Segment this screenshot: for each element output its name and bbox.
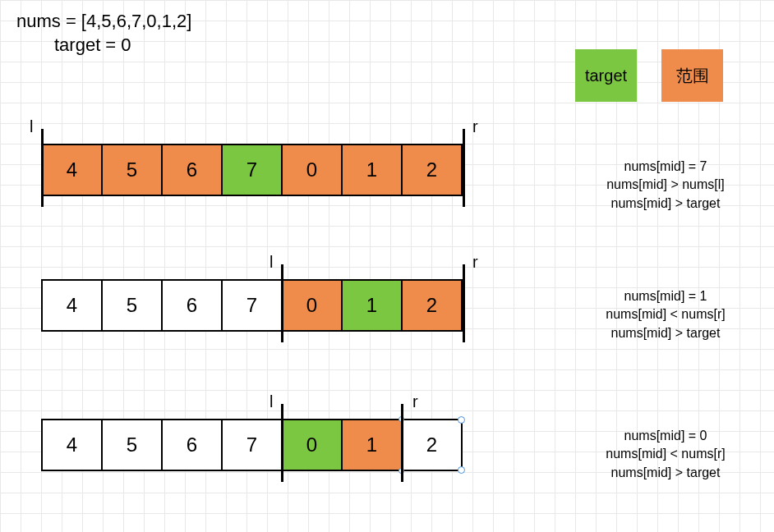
l-label: l (270, 392, 273, 411)
step-annotation: nums[mid] = 1nums[mid] < nums[r]nums[mid… (592, 287, 739, 342)
array-cell: 5 (101, 144, 163, 196)
array-cell: 0 (281, 279, 343, 332)
array-cell: 2 (401, 419, 463, 471)
legend: target 范围 (575, 49, 723, 102)
step-annotation: nums[mid] = 7nums[mid] > nums[l]nums[mid… (592, 158, 739, 213)
annotation-line: nums[mid] < nums[r] (592, 305, 739, 323)
array-cell: 4 (41, 144, 103, 196)
array-row: 4567012lr (41, 279, 463, 332)
annotation-line: nums[mid] < nums[r] (592, 445, 739, 463)
l-marker (281, 264, 283, 342)
array-cell: 2 (401, 144, 463, 196)
l-label: l (270, 253, 273, 272)
array-cell: 1 (341, 144, 403, 196)
problem-header: nums = [4,5,6,7,0,1,2] target = 0 (16, 10, 191, 57)
array-cell: 0 (281, 144, 343, 196)
l-marker (281, 404, 283, 482)
annotation-line: nums[mid] > target (592, 324, 739, 342)
r-label: r (412, 392, 418, 411)
annotation-line: nums[mid] > nums[l] (592, 176, 739, 194)
array-cell: 4 (41, 279, 103, 332)
array-cell: 7 (221, 279, 283, 332)
l-label: l (30, 117, 33, 136)
array-cell: 1 (341, 419, 403, 471)
legend-range: 范围 (661, 49, 723, 102)
nums-line: nums = [4,5,6,7,0,1,2] (16, 10, 191, 34)
r-label: r (472, 253, 478, 272)
annotation-line: nums[mid] > target (592, 464, 739, 482)
array-cell: 4 (41, 419, 103, 471)
array-cell: 5 (101, 279, 163, 332)
target-line: target = 0 (16, 34, 191, 57)
array-row: 4567012lr (41, 144, 463, 196)
array-cell: 7 (221, 419, 283, 471)
step-annotation: nums[mid] = 0nums[mid] < nums[r]nums[mid… (592, 427, 739, 482)
legend-target: target (575, 49, 637, 102)
array-cell: 6 (161, 144, 223, 196)
array-cell: 2 (401, 279, 463, 332)
r-label: r (472, 117, 478, 136)
annotation-line: nums[mid] = 0 (592, 427, 739, 445)
r-marker (401, 404, 403, 482)
r-marker (463, 129, 465, 207)
l-marker (41, 129, 44, 207)
array-cell: 5 (101, 419, 163, 471)
array-cell: 6 (161, 279, 223, 332)
r-marker (463, 264, 465, 342)
annotation-line: nums[mid] > target (592, 195, 739, 213)
array-cell: 7 (221, 144, 283, 196)
annotation-line: nums[mid] = 7 (592, 158, 739, 176)
array-cell: 6 (161, 419, 223, 471)
array-row: 4567012lr (41, 419, 463, 471)
array-cell: 1 (341, 279, 403, 332)
array-cell: 0 (281, 419, 343, 471)
annotation-line: nums[mid] = 1 (592, 287, 739, 305)
